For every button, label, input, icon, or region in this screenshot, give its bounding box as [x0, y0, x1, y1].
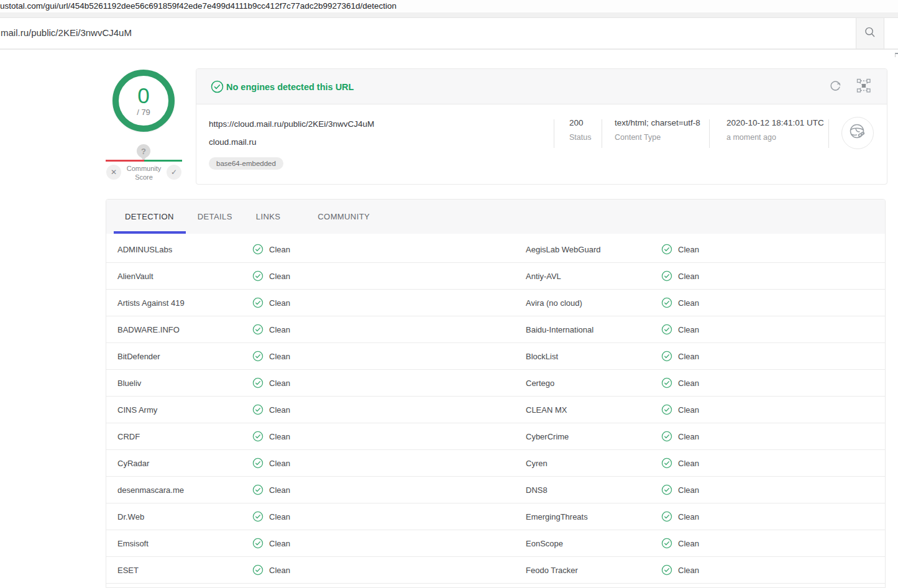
detection-card: DETECTION DETAILS LINKS COMMUNITY ADMINU…: [106, 199, 886, 588]
verdict-text: Clean: [269, 566, 290, 575]
verdict-text: Clean: [678, 245, 699, 254]
detection-row: ADMINUSLabs Clean AegisLab WebGuard Clea…: [106, 236, 885, 263]
check-circle-icon: [252, 484, 263, 495]
detection-row: BitDefender Clean BlockList Clean: [106, 343, 885, 370]
detection-row: CINS Army Clean CLEAN MX Clean: [106, 397, 885, 423]
tab-detection[interactable]: DETECTION: [125, 200, 174, 234]
engine-verdict: Clean: [661, 538, 885, 549]
engine-name: EmergingThreats: [526, 512, 661, 521]
vt-graph-button[interactable]: [856, 79, 872, 95]
check-circle-icon: [211, 80, 224, 96]
engine-name: EonScope: [526, 539, 661, 548]
verdict-text: Clean: [678, 539, 699, 548]
question-bubble-icon[interactable]: ?: [137, 144, 150, 158]
upvote-button[interactable]: ✓: [167, 165, 181, 180]
banner-actions: [827, 79, 872, 95]
check-circle-icon: [252, 270, 263, 282]
search-button[interactable]: [856, 18, 884, 48]
verdict-text: Clean: [269, 485, 290, 495]
url-info-section: https://cloud.mail.ru/public/2KEi/3nwvCJ…: [196, 104, 887, 185]
verdict-text: Clean: [678, 485, 699, 495]
engine-name: BlockList: [526, 352, 661, 361]
check-circle-icon: [252, 351, 263, 362]
detection-table: ADMINUSLabs Clean AegisLab WebGuard Clea…: [106, 234, 885, 584]
check-circle-icon: [661, 377, 672, 388]
engine-verdict: Clean: [661, 351, 885, 362]
score-widget: 0 / 79 ? ✕ Community Score ✓: [106, 68, 182, 183]
magnifier-icon: [864, 26, 876, 41]
tab-links[interactable]: LINKS: [256, 200, 281, 234]
engine-name: AegisLab WebGuard: [526, 245, 661, 254]
engine-verdict: Clean: [252, 244, 526, 255]
vt-graph-icon: [856, 78, 871, 96]
tab-bar: DETECTION DETAILS LINKS COMMUNITY: [106, 200, 885, 234]
engine-verdict: Clean: [252, 351, 526, 362]
engine-verdict: Clean: [661, 511, 885, 522]
engine-name: CLEAN MX: [526, 405, 661, 415]
engine-name: CyberCrime: [526, 432, 661, 441]
engine-verdict: Clean: [661, 324, 885, 335]
last-analysis-relative: a moment ago: [726, 133, 824, 142]
verdict-text: Clean: [269, 432, 290, 441]
globe-link-icon: [848, 122, 868, 144]
engine-name: ADMINUSLabs: [117, 245, 252, 254]
verdict-text: Clean: [678, 432, 699, 441]
scanned-url: https://cloud.mail.ru/public/2KEi/3nwvCJ…: [209, 119, 374, 129]
tab-details[interactable]: DETAILS: [198, 200, 232, 234]
check-circle-icon: [661, 351, 672, 362]
engine-verdict: Clean: [661, 270, 885, 282]
tag-base64-embedded[interactable]: base64-embedded: [209, 157, 283, 170]
reanalyze-button[interactable]: [827, 79, 843, 95]
engine-name: Dr.Web: [117, 512, 252, 521]
detection-row: CRDF Clean CyberCrime Clean: [106, 423, 885, 450]
metric-divider: [602, 119, 602, 148]
engine-verdict: Clean: [661, 377, 885, 388]
detection-score-circle: 0 / 79: [112, 70, 175, 132]
engine-verdict: Clean: [252, 270, 526, 282]
content-type-label: Content Type: [615, 133, 700, 142]
engine-verdict: Clean: [661, 244, 885, 255]
metric-divider: [828, 119, 829, 148]
content-type-metric: text/html; charset=utf-8 Content Type: [615, 118, 700, 142]
check-circle-icon: [252, 377, 263, 388]
verdict-text: Clean: [269, 245, 290, 254]
check-circle-icon: [661, 431, 672, 442]
verdict-text: Clean: [678, 325, 699, 334]
status-metric: 200 Status: [569, 118, 591, 142]
engine-name: Blueliv: [117, 379, 252, 388]
engine-name: ESET: [117, 566, 252, 575]
engine-verdict: Clean: [252, 431, 526, 442]
verdict-message: No engines detected this URL: [226, 82, 354, 92]
check-circle-icon: [252, 431, 263, 442]
engine-verdict: Clean: [252, 511, 526, 522]
engine-name: BitDefender: [117, 352, 252, 361]
check-circle-icon: [661, 564, 672, 576]
engine-verdict: Clean: [661, 297, 885, 308]
engine-name: CRDF: [117, 432, 252, 441]
engine-name: DNS8: [526, 485, 661, 495]
verdict-text: Clean: [269, 539, 290, 548]
check-circle-icon: [252, 457, 263, 469]
verdict-text: Clean: [269, 459, 290, 468]
community-score-label: Community Score: [117, 164, 171, 181]
cropped-toolbar-icon: [895, 53, 898, 57]
check-circle-icon: [661, 297, 672, 308]
check-circle-icon: [252, 244, 263, 255]
check-circle-icon: [252, 511, 263, 522]
detection-row: desenmascara.me Clean DNS8 Clean: [106, 477, 885, 503]
header-divider: [0, 48, 898, 50]
engine-name: Avira (no cloud): [526, 298, 661, 308]
check-circle-icon: [661, 244, 672, 255]
engine-name: Antiy-AVL: [526, 272, 661, 281]
last-analysis-metric: 2020-10-12 18:41:01 UTC a moment ago: [726, 118, 824, 142]
engine-name: Baidu-International: [526, 325, 661, 334]
verdict-text: Clean: [678, 405, 699, 415]
check-circle-icon: [661, 457, 672, 469]
engine-verdict: Clean: [661, 564, 885, 576]
tab-community[interactable]: COMMUNITY: [318, 200, 370, 234]
check-circle-icon: [661, 324, 672, 335]
check-circle-icon: [661, 511, 672, 522]
domain-link[interactable]: cloud.mail.ru: [209, 137, 257, 147]
browser-address-bar[interactable]: ustotal.com/gui/url/454b5261192dee56c691…: [0, 0, 898, 12]
search-input[interactable]: mail.ru/public/2KEi/3nwvCJ4uM: [1, 27, 132, 38]
